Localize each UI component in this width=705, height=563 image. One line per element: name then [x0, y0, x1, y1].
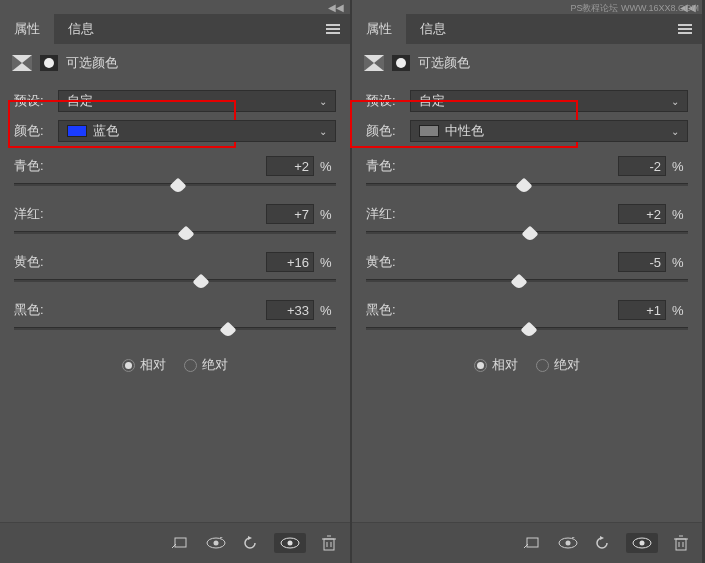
adjustment-title: 可选颜色: [66, 54, 118, 72]
svg-point-4: [44, 58, 54, 68]
black-input[interactable]: [266, 300, 314, 320]
svg-point-28: [640, 541, 645, 546]
panel-menu-icon[interactable]: [678, 24, 692, 34]
percent-label: %: [320, 159, 336, 174]
yellow-input[interactable]: [266, 252, 314, 272]
preset-value: 自定: [67, 92, 93, 110]
layer-mask-icon: [392, 55, 410, 71]
panel-footer: [0, 522, 350, 563]
radio-absolute-label: 绝对: [202, 356, 228, 374]
cyan-slider[interactable]: [366, 180, 688, 194]
magenta-slider[interactable]: [366, 228, 688, 242]
magenta-label: 洋红:: [14, 205, 266, 223]
tab-info[interactable]: 信息: [406, 14, 460, 44]
svg-line-25: [572, 537, 578, 538]
panel-menu-icon[interactable]: [326, 24, 340, 34]
adjustment-title: 可选颜色: [418, 54, 470, 72]
selective-color-icon: [12, 55, 32, 71]
trash-icon[interactable]: [322, 535, 336, 551]
cyan-input[interactable]: [618, 156, 666, 176]
properties-panel-left: ◀◀ 属性 信息 可选颜色 预设: 自定 ⌄ 颜色: 蓝色: [0, 0, 350, 563]
percent-label: %: [672, 207, 688, 222]
black-input[interactable]: [618, 300, 666, 320]
radio-absolute[interactable]: 绝对: [184, 356, 228, 374]
preset-label: 预设:: [366, 92, 404, 110]
watermark-text: PS教程论坛 WWW.16XX8.COM: [570, 2, 699, 15]
yellow-slider[interactable]: [14, 276, 336, 290]
panel-footer: [352, 522, 702, 563]
color-label: 颜色:: [366, 122, 404, 140]
svg-rect-29: [676, 539, 686, 550]
tab-bar: 属性 信息: [352, 14, 702, 44]
svg-rect-12: [324, 539, 334, 550]
svg-point-24: [566, 541, 571, 546]
visibility-icon[interactable]: [626, 533, 658, 553]
svg-marker-9: [248, 536, 252, 540]
black-label: 黑色:: [366, 301, 618, 319]
magenta-input[interactable]: [618, 204, 666, 224]
black-slider[interactable]: [366, 324, 688, 338]
magenta-label: 洋红:: [366, 205, 618, 223]
preset-dropdown[interactable]: 自定 ⌄: [410, 90, 688, 112]
preset-label: 预设:: [14, 92, 52, 110]
black-label: 黑色:: [14, 301, 266, 319]
svg-marker-26: [600, 536, 604, 540]
clip-to-layer-icon[interactable]: [172, 536, 190, 550]
magenta-slider[interactable]: [14, 228, 336, 242]
collapse-icon[interactable]: ◀◀: [328, 2, 344, 13]
svg-point-21: [396, 58, 406, 68]
color-dropdown[interactable]: 中性色 ⌄: [410, 120, 688, 142]
percent-label: %: [672, 303, 688, 318]
radio-relative-label: 相对: [140, 356, 166, 374]
trash-icon[interactable]: [674, 535, 688, 551]
svg-rect-5: [175, 538, 186, 547]
color-swatch: [67, 125, 87, 137]
svg-rect-22: [527, 538, 538, 547]
layer-mask-icon: [40, 55, 58, 71]
chevron-down-icon: ⌄: [319, 96, 327, 107]
selective-color-icon: [364, 55, 384, 71]
yellow-slider[interactable]: [366, 276, 688, 290]
percent-label: %: [320, 255, 336, 270]
properties-panel-right: ◀◀ 属性 信息 可选颜色 预设: 自定 ⌄ 颜色: 中性色: [352, 0, 702, 563]
radio-relative[interactable]: 相对: [122, 356, 166, 374]
tab-properties[interactable]: 属性: [352, 14, 406, 44]
tab-info[interactable]: 信息: [54, 14, 108, 44]
chevron-down-icon: ⌄: [671, 96, 679, 107]
color-dropdown[interactable]: 蓝色 ⌄: [58, 120, 336, 142]
svg-line-8: [220, 537, 226, 538]
color-value: 中性色: [445, 122, 484, 140]
preset-value: 自定: [419, 92, 445, 110]
yellow-label: 黄色:: [14, 253, 266, 271]
visibility-icon[interactable]: [274, 533, 306, 553]
svg-point-11: [288, 541, 293, 546]
radio-absolute-label: 绝对: [554, 356, 580, 374]
radio-absolute[interactable]: 绝对: [536, 356, 580, 374]
preset-dropdown[interactable]: 自定 ⌄: [58, 90, 336, 112]
tab-bar: 属性 信息: [0, 14, 350, 44]
chevron-down-icon: ⌄: [319, 126, 327, 137]
yellow-input[interactable]: [618, 252, 666, 272]
view-previous-icon[interactable]: [206, 537, 226, 549]
cyan-slider[interactable]: [14, 180, 336, 194]
cyan-label: 青色:: [366, 157, 618, 175]
color-value: 蓝色: [93, 122, 119, 140]
radio-relative[interactable]: 相对: [474, 356, 518, 374]
percent-label: %: [320, 303, 336, 318]
radio-relative-label: 相对: [492, 356, 518, 374]
color-label: 颜色:: [14, 122, 52, 140]
svg-point-7: [214, 541, 219, 546]
cyan-input[interactable]: [266, 156, 314, 176]
color-swatch: [419, 125, 439, 137]
view-previous-icon[interactable]: [558, 537, 578, 549]
yellow-label: 黄色:: [366, 253, 618, 271]
magenta-input[interactable]: [266, 204, 314, 224]
black-slider[interactable]: [14, 324, 336, 338]
tab-properties[interactable]: 属性: [0, 14, 54, 44]
clip-to-layer-icon[interactable]: [524, 536, 542, 550]
chevron-down-icon: ⌄: [671, 126, 679, 137]
reset-icon[interactable]: [242, 536, 258, 550]
cyan-label: 青色:: [14, 157, 266, 175]
reset-icon[interactable]: [594, 536, 610, 550]
percent-label: %: [320, 207, 336, 222]
